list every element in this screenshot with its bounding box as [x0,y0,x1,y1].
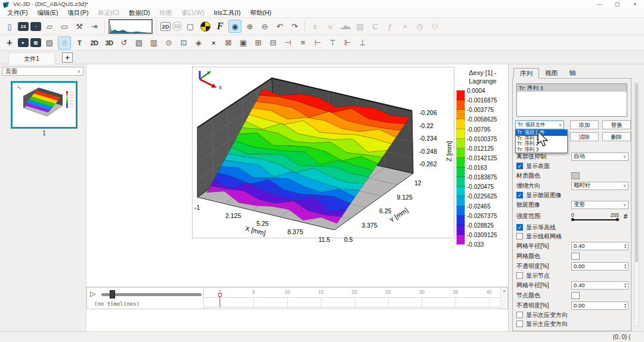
circle-fit-icon[interactable]: C [369,20,382,33]
clear-button[interactable]: 清除 [570,132,599,141]
image-icon[interactable]: ▨ [43,36,56,49]
menu-item[interactable]: 项目(P) [63,8,93,17]
pan-hand-icon[interactable]: ☝ [58,36,71,49]
zoom-in-icon[interactable]: ⊕ [243,20,256,33]
view-2d-icon[interactable]: 2D [160,22,171,31]
minimize-button[interactable]: — [590,0,608,8]
calibration-target-icon[interactable] [199,20,212,33]
timeline-position-marker[interactable] [218,293,222,297]
spinner-arrows-icon[interactable]: ▴▾ [624,243,626,249]
align-right-icon[interactable]: ⊢ [311,36,324,49]
menu-item[interactable]: 数据(D) [124,8,155,17]
spinner-down-icon[interactable]: ▾ [624,306,626,309]
align-left-icon[interactable]: ⊣ [281,36,295,49]
video-icon[interactable]: ▸ [18,38,29,47]
row-range-slider[interactable]: 0255 [571,213,619,220]
row-color-swatch[interactable] [571,292,580,299]
redo-icon[interactable]: ↷ [288,20,301,33]
open-folder-icon[interactable]: ▱ [43,20,56,33]
row-spinner[interactable]: 0.00▴▾ [571,301,628,310]
row-spinner[interactable]: 0.40▴▾ [571,281,628,290]
panel-tab[interactable]: 序列 [513,68,539,79]
undo-icon[interactable]: ↶ [273,20,286,33]
sequence-list-item[interactable]: Tr: 序列 3 [517,84,627,92]
align-middle-icon[interactable]: ⊩ [341,36,354,49]
row-color-swatch[interactable] [571,253,580,260]
tools-icon[interactable]: ⚒ [73,20,86,33]
delete-button[interactable]: 删除 [602,132,631,141]
timeline-scrollbar[interactable]: ▴ [500,288,507,309]
menu-item[interactable]: 文件(F) [2,8,32,17]
project-grid-icon[interactable]: ▭ [58,20,71,33]
add-button[interactable]: 添加 [570,120,599,129]
plot-3d-icon[interactable]: 3D [103,36,116,49]
range-track[interactable] [572,219,618,220]
close-button[interactable]: × [626,0,644,8]
menu-item[interactable]: Iris工具(I) [209,8,245,17]
actual-size-icon[interactable]: ▣ [237,36,250,49]
clock-icon[interactable]: ◷ [413,20,426,33]
timeline-slider-handle[interactable] [110,290,115,299]
import-icon[interactable]: ⇥ [88,20,101,33]
maximize-button[interactable]: ▢ [608,0,626,8]
row-checkbox[interactable] [516,312,523,318]
polygon-roi-icon[interactable]: ◈ [192,36,205,49]
transform-icon[interactable]: ↺ [117,36,131,49]
row-spinner[interactable]: 0.00▴▾ [571,262,628,271]
view-3d-icon[interactable]: 3D [172,21,182,31]
menu-item[interactable]: 窗口(W) [177,8,209,17]
row-checkbox[interactable] [516,272,523,279]
image-export-icon[interactable]: ▥ [147,36,160,49]
sequence-list[interactable]: Tr: 序列 3 [516,83,627,117]
monitor-icon[interactable]: ▢ [184,20,197,33]
inspect-eye-icon[interactable]: ◉ [228,20,242,33]
spinner-arrows-icon[interactable]: ▴▾ [624,263,626,269]
row-checkbox[interactable]: ✓ [516,163,523,169]
grid-edit-icon[interactable]: ⊟ [267,36,280,49]
file-tab[interactable]: 文件1 [8,52,55,64]
plot-canvas[interactable]: x -12.1255.258.37511.50.53.3756.259.1251… [86,64,508,286]
row-checkbox[interactable] [516,233,523,240]
panel-tab[interactable]: 视图 [539,68,564,79]
histogram-icon[interactable]: ▂▅▃ [339,20,352,33]
new-file-icon[interactable]: ▯ [3,20,16,33]
strain-epsilon-icon[interactable]: ε [309,20,322,33]
image-view-icon[interactable]: ▧ [132,36,145,49]
row-dropdown[interactable]: 变形∨ [571,201,628,209]
function-fx-icon[interactable]: ƒ [383,20,397,33]
open-speckle-icon[interactable]: 23 [18,22,29,31]
spinner-down-icon[interactable]: ▾ [624,266,626,269]
page-selector[interactable]: 页面 ∨ [2,67,83,76]
delete-roi-icon[interactable]: × [207,36,220,49]
timeline-slider-track[interactable] [101,293,202,296]
poisson-nu-icon[interactable]: ν [324,20,337,33]
save-icon[interactable]: ▫ [30,22,41,31]
text-tool-icon[interactable]: T [73,36,86,49]
circle-roi-icon[interactable]: ⊙ [162,36,175,49]
spinner-arrows-icon[interactable]: ▴▾ [624,282,626,288]
plot-2d-icon[interactable]: 2D [88,36,101,49]
menu-item[interactable]: 编辑(E) [32,8,63,17]
spinner-down-icon[interactable]: ▾ [624,246,626,249]
fit-window-icon[interactable]: ⊠ [222,36,235,49]
panel-tab[interactable]: 轴 [564,68,582,79]
histogram-preview[interactable] [109,19,153,34]
image-set-icon[interactable]: ▦ [30,38,41,47]
zoom-out-icon[interactable]: ⊖ [258,20,271,33]
menu-item[interactable]: 绘图 [155,8,177,17]
add-page-icon[interactable]: + [3,36,16,49]
page-thumbnail[interactable] [11,81,78,129]
panel-scrollbar[interactable] [634,82,639,327]
row-dropdown[interactable]: 顺时针∨ [571,182,628,190]
rect-roi-icon[interactable]: ⊡ [177,36,190,49]
spinner-down-icon[interactable]: ▾ [624,285,626,288]
replace-button[interactable]: 替换 [602,120,631,129]
report-icon[interactable]: ▤ [354,20,367,33]
hash-icon[interactable]: # [619,213,627,220]
sequence-combo[interactable]: Tr: 项目文件 ∨ [515,120,564,129]
row-dropdown[interactable]: 自动∨ [571,153,628,161]
row-color-swatch[interactable] [571,172,580,179]
remove-x-icon[interactable]: × [398,20,411,33]
menu-item[interactable]: 标定(C) [93,8,124,17]
align-top-icon[interactable]: ⊤ [326,36,339,49]
